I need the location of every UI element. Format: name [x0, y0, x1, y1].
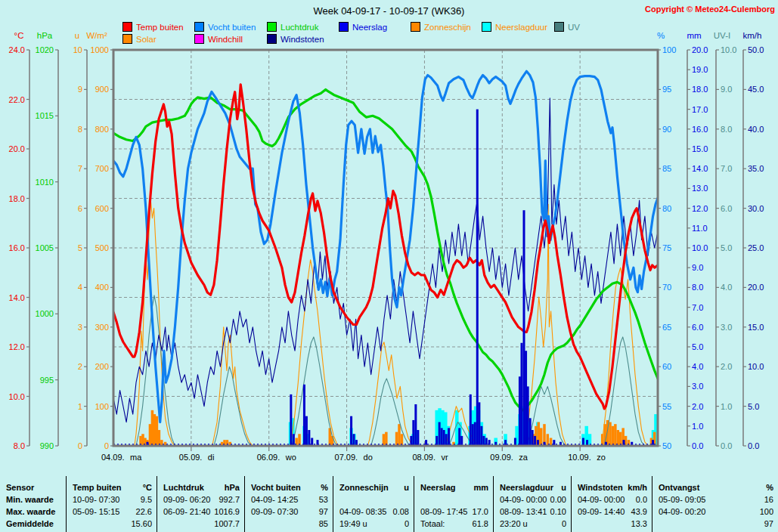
table-row: 04-09- 00:20100 [659, 506, 773, 518]
legend-swatch [482, 22, 491, 32]
table-row: 05-09- 09:0516 [659, 493, 773, 506]
axis-tick-label: 50.0 [748, 45, 764, 54]
table-cell-value: 0.00 [550, 493, 566, 506]
axis-tick-label: 16.0 [9, 243, 25, 252]
bar-zonneschijn [614, 424, 617, 446]
bar-neerslag [532, 430, 534, 446]
table-row: 15.60 [73, 518, 152, 530]
axis-tick-label: 11.0 [692, 224, 708, 233]
table-row [420, 493, 488, 506]
axis-tick-label: 7.0 [692, 303, 703, 312]
axis-tick-label: 12.0 [9, 342, 25, 351]
axis-tick-label: 35.0 [748, 164, 764, 173]
table-row: Totaal:61.8 [420, 518, 488, 530]
axis-tick-label: 1000 [36, 309, 54, 318]
x-axis-date-label: 06.09. [257, 453, 281, 462]
table-cell: Temp buiten [73, 481, 122, 493]
axis-tick-label: 8.0 [14, 441, 25, 450]
bar-zonneschijn [617, 430, 620, 446]
table-row: 08-09- 17:4517.0 [420, 506, 488, 518]
axis-tick-label: 3 [78, 323, 82, 332]
table-cell-value: °C [143, 481, 152, 493]
table-row: 09-09- 06:20992.7 [163, 493, 240, 506]
legend-label: Solar [136, 35, 157, 44]
bar-neerslag [478, 402, 480, 446]
x-axis-day-label: do [364, 453, 373, 462]
axis-tick-label: 900 [95, 85, 109, 94]
axis-title-wm2: W/m² [86, 31, 107, 40]
axis-tick-label: 5.0 [692, 342, 703, 351]
axis-tick-label: 5 [78, 243, 82, 252]
table-cell-value: 0 [562, 518, 566, 530]
table-row: Neerslagmm [420, 481, 488, 493]
axis-tick-label: 10 [73, 45, 82, 54]
axis-tick-label: 8.0 [721, 125, 732, 134]
axis-tick-label: 15.0 [692, 144, 708, 153]
table-row: Sensor [6, 481, 61, 493]
legend-item-windchill: Windchill [194, 34, 243, 44]
bar-neerslagduur [455, 410, 459, 446]
table-cell: 04-09- 00:00 [578, 493, 625, 506]
bar-neerslag [485, 438, 488, 446]
axis-tick-label: 13.0 [692, 184, 708, 193]
bar-neerslag [521, 343, 523, 446]
axis-tick-label: 0 [104, 441, 109, 450]
table-cell: Max. waarde [6, 506, 55, 518]
bar-neerslag [525, 351, 527, 446]
table-cell-value: 1007.7 [214, 518, 240, 530]
table-row: 10-09- 07:309.5 [73, 493, 152, 506]
axis-tick-label: 45.0 [748, 85, 764, 94]
axis-tick-label: 18.0 [692, 85, 708, 94]
legend-item-uv: UV [554, 22, 580, 32]
table-row: 08-09- 13:410.10 [500, 506, 566, 518]
table-column: Neerslagduuru04-09- 00:000.0008-09- 13:4… [493, 476, 571, 532]
table-cell: 04-09- 00:00 [500, 493, 547, 506]
table-cell: Windstoten [578, 481, 623, 493]
bar-neerslag [417, 430, 419, 446]
table-column: Temp buiten°C10-09- 07:309.505-09- 15:15… [66, 476, 157, 532]
axis-tick-label: 6.0 [692, 323, 703, 332]
axis-tick-label: 100 [662, 45, 676, 54]
table-row: Gemiddelde [6, 518, 61, 530]
axis-title-uvi: UV-I [714, 31, 730, 40]
table-row: Zonneschijnu [339, 481, 409, 493]
bar-neerslag [519, 376, 521, 446]
axis-tick-label: 60 [662, 362, 671, 371]
table-row: 13.3 [578, 518, 647, 530]
axis-tick-label: 30.0 [748, 204, 764, 213]
legend-swatch [411, 22, 420, 32]
table-row: 06-09- 21:401016.9 [163, 506, 240, 518]
bar-neerslag [480, 426, 482, 446]
table-row: Vocht buiten% [251, 481, 328, 493]
axis-tick-label: 1015 [36, 111, 54, 120]
table-row: Max. waarde [6, 506, 61, 518]
bar-neerslag [527, 386, 529, 446]
table-cell-value: 992.7 [219, 493, 240, 506]
table-row: Ontvangst% [659, 481, 773, 493]
axis-tick-label: 75 [662, 243, 671, 252]
bar-zonneschijn [153, 414, 157, 446]
table-cell: 09-09- 07:30 [251, 506, 298, 518]
weather-station-page: Week 04-09-17 - 10-09-17 (WK36) Copyrigh… [0, 0, 778, 532]
table-cell: 10-09- 07:30 [73, 493, 119, 506]
legend-label: Neerslag [352, 23, 387, 32]
axis-tick-label: 10.0 [721, 45, 736, 54]
bar-neerslag [303, 385, 305, 446]
table-row: 05-09- 15:1522.6 [73, 506, 152, 518]
axis-tick-label: 700 [95, 164, 109, 173]
axis-tick-label: 0.0 [721, 441, 732, 450]
table-cell-value: 97 [764, 518, 773, 530]
table-cell-value: 97 [319, 506, 328, 518]
axis-tick-label: 17.0 [692, 105, 708, 114]
axis-tick-label: 25.0 [748, 243, 764, 252]
legend-label: Zonneschijn [424, 23, 471, 32]
axis-tick-label: 90 [662, 125, 671, 134]
axis-tick-label: 5.0 [748, 402, 759, 411]
bar-neerslag [412, 420, 414, 446]
legend-swatch [194, 22, 204, 32]
axis-tick-label: 9 [78, 85, 82, 94]
table-cell-value: u [561, 481, 566, 493]
bar-neerslag [293, 434, 295, 446]
table-cell-value: 22.6 [136, 506, 152, 518]
legend-item-luchtdruk: Luchtdruk [267, 22, 319, 32]
